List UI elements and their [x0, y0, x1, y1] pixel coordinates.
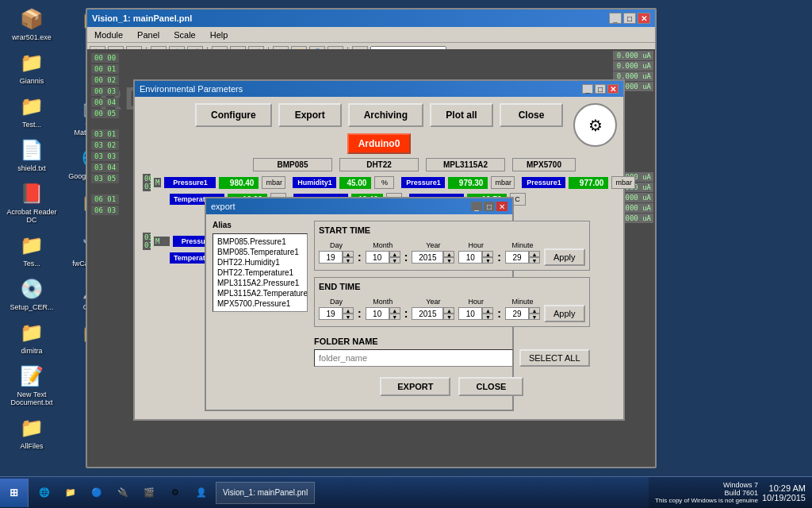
desktop-icon-test[interactable]: 📁 Test...	[4, 91, 59, 131]
menu-help[interactable]: Help	[206, 29, 232, 40]
end-day-btns: ▲ ▼	[343, 307, 354, 320]
menu-panel[interactable]: Panel	[133, 29, 163, 40]
start-minute-spinbox[interactable]: 29 ▲ ▼	[505, 251, 540, 264]
start-month-group: Month 10 ▲ ▼	[366, 241, 400, 264]
end-month-down[interactable]: ▼	[389, 314, 400, 320]
end-month-spinbox[interactable]: 10 ▲ ▼	[366, 307, 400, 320]
export-close-btn[interactable]: ✕	[496, 202, 508, 211]
minimize-button[interactable]: _	[609, 13, 622, 24]
export-titlebar: export _ □ ✕	[206, 198, 512, 214]
env-button-row: Configure Export Archiving Plot all Clos…	[135, 97, 623, 133]
tes-label: Tes...	[23, 260, 40, 267]
export-button[interactable]: Export	[278, 103, 342, 127]
alias-list[interactable]: BMP085.Pressure1 BMP085.Temperature1 DHT…	[213, 233, 308, 312]
export-maximize-btn[interactable]: □	[484, 202, 495, 211]
alias-item-6[interactable]: MPX5700.Pressure1	[216, 298, 304, 309]
start-year-down[interactable]: ▼	[443, 257, 454, 264]
end-hour-spinbox[interactable]: 10 ▲ ▼	[458, 307, 493, 320]
desktop-icon-shield[interactable]: 📄 shield.txt	[4, 135, 59, 175]
alias-item-5[interactable]: MPL3115A2.Temperature1	[216, 288, 304, 298]
end-month-up[interactable]: ▲	[389, 307, 400, 314]
end-year-spinbox[interactable]: 2015 ▲ ▼	[412, 307, 454, 320]
desktop-icon-dimitra[interactable]: 📁 dimitra	[4, 318, 59, 357]
alias-item-1[interactable]: BMP085.Temperature1	[216, 247, 304, 257]
start-hour-spinbox[interactable]: 10 ▲ ▼	[458, 251, 493, 264]
alias-item-3[interactable]: DHT22.Temperature1	[216, 267, 304, 278]
end-day-up[interactable]: ▲	[343, 307, 354, 314]
select-all-button[interactable]: SELECT ALL	[519, 349, 590, 367]
desktop-icon-giannis[interactable]: 📁 Giannis	[4, 48, 59, 87]
end-year-up[interactable]: ▲	[443, 307, 454, 314]
windows-logo: ⊞	[10, 487, 18, 498]
desktop-icon-acrobat[interactable]: 📕 Acrobat Reader DC	[4, 179, 59, 226]
start-hour-down[interactable]: ▼	[482, 257, 493, 264]
taskbar-folder-icon[interactable]: 📁	[59, 482, 82, 504]
desktop-icon-wrar[interactable]: 📦 wrar501.exe	[4, 4, 59, 44]
start-time-fields: Day 19 ▲ ▼ : Month	[319, 239, 585, 266]
start-day-up[interactable]: ▲	[343, 251, 354, 257]
end-day-down[interactable]: ▼	[343, 314, 354, 320]
test-label: Test...	[22, 121, 41, 129]
taskbar-ie-icon[interactable]: 🌐	[33, 482, 56, 504]
start-month-spinbox[interactable]: 10 ▲ ▼	[366, 251, 400, 264]
start-hour-up[interactable]: ▲	[482, 251, 493, 257]
archiving-button[interactable]: Archiving	[348, 103, 423, 127]
acrobat-label: Acrobat Reader DC	[6, 208, 57, 224]
taskbar-app-icon[interactable]: ⚙	[163, 482, 187, 504]
env-close-btn[interactable]: ✕	[607, 84, 619, 94]
menu-module[interactable]: Module	[90, 29, 127, 40]
desktop-icon-tes[interactable]: 📁 Tes...	[4, 230, 59, 270]
export-action-button[interactable]: EXPORT	[380, 377, 450, 396]
start-time-apply-button[interactable]: Apply	[544, 248, 585, 266]
end-month-label: Month	[373, 298, 393, 306]
taskbar-media-icon[interactable]: 🎬	[137, 482, 161, 504]
taskbar-arduino-icon[interactable]: 🔌	[111, 482, 135, 504]
taskbar-browser-icon[interactable]: 🔵	[85, 482, 109, 504]
menu-scale[interactable]: Scale	[170, 29, 200, 40]
env-maximize-btn[interactable]: □	[595, 84, 606, 94]
dht22-header: DHT22	[339, 158, 419, 171]
system-date: 10/19/2015	[762, 493, 806, 502]
close-window-button[interactable]: ✕	[638, 13, 650, 24]
desktop-icon-setup[interactable]: 💿 Setup_CER...	[4, 274, 59, 314]
bmp085-pressure-value: 980.40	[219, 177, 259, 189]
end-hour-up[interactable]: ▲	[482, 307, 493, 314]
end-day-spinbox[interactable]: 19 ▲ ▼	[319, 307, 354, 320]
close-env-button[interactable]: Close	[500, 103, 563, 127]
status-val-1: 0.000 uA	[613, 51, 653, 60]
start-minute-up[interactable]: ▲	[529, 251, 540, 257]
end-year-down[interactable]: ▼	[443, 314, 454, 320]
alias-item-0[interactable]: BMP085.Pressure1	[216, 237, 304, 247]
desktop-icon-newdoc[interactable]: 📝 New Text Document.txt	[4, 361, 59, 409]
arduino-badge-container: Arduino0	[135, 133, 623, 154]
end-time-apply-button[interactable]: Apply	[544, 305, 585, 322]
export-minimize-btn[interactable]: _	[471, 202, 482, 211]
start-year-up[interactable]: ▲	[443, 251, 454, 257]
configure-button[interactable]: Configure	[195, 103, 272, 127]
env-minimize-btn[interactable]: _	[582, 84, 593, 94]
start-month-down[interactable]: ▼	[389, 257, 400, 264]
end-minute-up[interactable]: ▲	[529, 307, 540, 314]
end-hour-down[interactable]: ▼	[482, 314, 493, 320]
alias-item-2[interactable]: DHT22.Humidity1	[216, 257, 304, 267]
start-day-spinbox[interactable]: 19 ▲ ▼	[319, 251, 354, 264]
end-year-group: Year 2015 ▲ ▼	[412, 298, 454, 320]
end-minute-btns: ▲ ▼	[529, 307, 540, 320]
start-day-down[interactable]: ▼	[343, 257, 354, 264]
maximize-button[interactable]: □	[623, 13, 636, 24]
end-minute-down[interactable]: ▼	[529, 314, 540, 320]
plot-all-button[interactable]: Plot all	[430, 103, 493, 127]
start-button[interactable]: ⊞	[0, 479, 29, 507]
start-year-spinbox[interactable]: 2015 ▲ ▼	[412, 251, 454, 264]
start-month-up[interactable]: ▲	[389, 251, 400, 257]
desktop-icon-allfiles[interactable]: 📁 AllFiles	[4, 413, 59, 452]
end-minute-spinbox[interactable]: 29 ▲ ▼	[505, 307, 540, 320]
start-minute-down[interactable]: ▼	[529, 257, 540, 264]
folder-name-input[interactable]	[314, 349, 513, 367]
close-export-button[interactable]: CLOSE	[458, 377, 523, 396]
alias-item-4[interactable]: MPL3115A2.Pressure1	[216, 278, 304, 288]
taskbar-window-item[interactable]: Vision_1: mainPanel.pnl	[216, 482, 315, 504]
taskbar-user-icon[interactable]: 👤	[190, 482, 213, 504]
folder-section: FOLDER NAME SELECT ALL	[314, 337, 590, 367]
start-time-section: START TIME Day 19 ▲ ▼	[314, 221, 590, 271]
